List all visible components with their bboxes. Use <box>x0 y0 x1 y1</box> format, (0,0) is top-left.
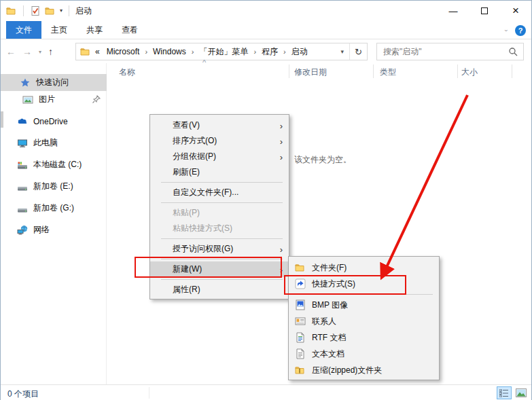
address-dropdown-caret-icon[interactable]: ▾ <box>335 48 349 55</box>
breadcrumb-item[interactable]: 程序 <box>259 46 281 58</box>
menu-item-label: BMP 图像 <box>312 299 348 311</box>
column-divider[interactable] <box>373 65 374 78</box>
breadcrumb-item[interactable]: Windows <box>150 47 189 56</box>
submenu-item-contact[interactable]: 联系人 <box>289 313 439 329</box>
tab-file[interactable]: 文件 <box>6 21 41 39</box>
menu-item-label: 分组依据(P) <box>173 151 216 162</box>
column-header-type[interactable]: 类型 <box>380 67 396 78</box>
menu-item-label: 自定义文件夹(F)... <box>173 187 238 198</box>
sidebar-item-label: 此电脑 <box>33 137 58 149</box>
minimize-button[interactable]: — <box>438 1 469 21</box>
thumbnail-view-button[interactable] <box>514 386 529 399</box>
sidebar-item-network[interactable]: 网络 <box>1 221 107 238</box>
breadcrumb-overflow[interactable]: « <box>92 47 103 56</box>
context-menu: 查看(V)› 排序方式(O)› 分组依据(P)› 刷新(E) 自定义文件夹(F)… <box>149 114 289 299</box>
properties-check-icon[interactable] <box>30 5 41 16</box>
sidebar-item-label: 新加卷 (E:) <box>33 181 73 192</box>
breadcrumb-item[interactable]: 「开始」菜单 <box>196 46 251 58</box>
sidebar-item-pictures[interactable]: 图片 <box>1 91 107 108</box>
column-divider[interactable] <box>457 65 458 78</box>
pin-icon <box>92 94 101 104</box>
search-icon[interactable] <box>508 47 518 56</box>
menu-item-label: 文本文档 <box>312 348 344 360</box>
column-header-name[interactable]: 名称 <box>119 67 135 78</box>
sidebar-item-volume-e[interactable]: 新加卷 (E:) <box>1 178 107 195</box>
tab-share[interactable]: 共享 <box>77 21 112 39</box>
new-folder-icon[interactable] <box>45 5 56 16</box>
menu-item-label: 快捷方式(S) <box>312 278 355 290</box>
sidebar-item-quick-access[interactable]: 快速访问 <box>1 74 107 91</box>
menu-item-view[interactable]: 查看(V)› <box>150 117 289 133</box>
text-document-icon <box>295 348 306 359</box>
expand-ribbon-icon[interactable]: › <box>503 29 510 31</box>
details-view-button[interactable] <box>497 386 512 399</box>
breadcrumb-separator-icon[interactable]: › <box>143 48 149 56</box>
sidebar-item-label: 快速访问 <box>36 77 69 88</box>
menu-item-customize-folder[interactable]: 自定义文件夹(F)... <box>150 185 289 200</box>
menu-item-label: 粘贴快捷方式(S) <box>173 223 232 234</box>
submenu-item-rtf-document[interactable]: RTF 文档 <box>289 329 439 346</box>
forward-icon[interactable]: → <box>22 46 32 57</box>
menu-item-sort-by[interactable]: 排序方式(O)› <box>150 133 289 149</box>
menu-item-label: 属性(R) <box>173 284 200 295</box>
column-divider[interactable] <box>289 65 289 78</box>
menu-separator <box>150 180 289 185</box>
sidebar-item-label: 网络 <box>33 224 50 236</box>
divider <box>69 5 69 16</box>
search-box[interactable]: 搜索"启动" <box>376 43 524 60</box>
submenu-arrow-icon: › <box>280 264 283 274</box>
submenu-item-text-document[interactable]: 文本文档 <box>289 346 439 362</box>
new-submenu: 文件夹(F) 快捷方式(S) BMP 图像 联系人 RTF 文档 文本文档 压缩… <box>288 256 440 380</box>
search-placeholder: 搜索"启动" <box>377 46 508 58</box>
menu-separator <box>150 277 289 282</box>
maximize-button[interactable] <box>469 1 500 21</box>
bmp-image-icon <box>295 299 306 310</box>
sidebar-item-label: 新加卷 (G:) <box>33 202 74 214</box>
breadcrumb-item[interactable]: 启动 <box>289 46 311 58</box>
sidebar-item-onedrive[interactable]: OneDrive <box>1 113 107 130</box>
breadcrumb-separator-icon[interactable]: › <box>282 48 287 56</box>
menu-separator <box>150 257 289 261</box>
column-header-size[interactable]: 大小 <box>461 67 478 78</box>
recent-locations-caret-icon[interactable]: ▾ <box>39 49 41 55</box>
column-header-date[interactable]: 修改日期 <box>294 67 327 78</box>
breadcrumb-separator-icon[interactable]: › <box>190 48 196 56</box>
breadcrumb-item[interactable]: Microsoft <box>104 47 143 56</box>
shortcut-icon <box>295 278 306 289</box>
submenu-item-folder[interactable]: 文件夹(F) <box>289 259 439 276</box>
back-icon[interactable]: ← <box>6 46 16 57</box>
pictures-icon <box>22 94 33 105</box>
menu-item-group-by[interactable]: 分组依据(P)› <box>150 149 289 164</box>
customize-qat-caret-icon[interactable]: ▾ <box>60 8 63 14</box>
menu-item-give-access[interactable]: 授予访问权限(G)› <box>150 241 289 257</box>
os-drive-icon <box>17 160 28 170</box>
menu-item-label: 新建(W) <box>173 263 202 275</box>
menu-item-properties[interactable]: 属性(R) <box>150 282 289 297</box>
cloud-icon <box>17 116 28 127</box>
address-bar[interactable]: « Microsoft › Windows › 「开始」菜单 › 程序 › 启动… <box>75 43 368 60</box>
quick-access-toolbar: ▾ <box>1 5 71 16</box>
refresh-icon[interactable]: ↻ <box>349 43 367 60</box>
column-divider[interactable] <box>512 65 512 78</box>
submenu-item-shortcut[interactable]: 快捷方式(S) <box>289 276 439 292</box>
window-title: 启动 <box>75 5 92 17</box>
submenu-arrow-icon: › <box>280 151 283 162</box>
sidebar-item-local-disk-c[interactable]: 本地磁盘 (C:) <box>1 156 107 173</box>
sidebar-item-this-pc[interactable]: 此电脑 <box>1 134 107 151</box>
breadcrumb-separator-icon[interactable]: › <box>252 48 258 56</box>
menu-item-label: 刷新(E) <box>173 166 200 178</box>
tab-view[interactable]: 查看 <box>112 21 147 39</box>
submenu-item-bmp-image[interactable]: BMP 图像 <box>289 297 439 313</box>
help-icon[interactable]: ? <box>515 25 526 36</box>
up-icon[interactable]: ↑ <box>48 46 53 57</box>
menu-item-refresh[interactable]: 刷新(E) <box>150 164 289 180</box>
navigation-pane: 快速访问 图片 OneDrive 此电脑 <box>1 63 107 384</box>
submenu-item-zipped-folder[interactable]: 压缩(zipped)文件夹 <box>289 362 439 378</box>
menu-item-label: 排序方式(O) <box>173 135 217 147</box>
tab-home[interactable]: 主页 <box>41 21 77 39</box>
close-button[interactable]: × <box>500 1 531 21</box>
app-folder-icon <box>6 5 17 16</box>
submenu-arrow-icon: › <box>280 120 283 130</box>
menu-item-new[interactable]: 新建(W)› <box>150 261 289 277</box>
sidebar-item-volume-g[interactable]: 新加卷 (G:) <box>1 200 107 217</box>
